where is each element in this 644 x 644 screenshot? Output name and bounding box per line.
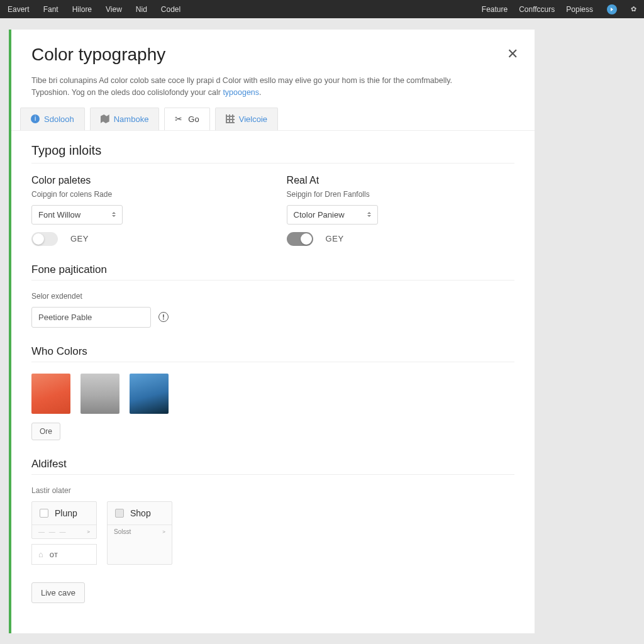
section-heading-typog: Typog inloits — [31, 143, 514, 158]
grid-icon — [226, 114, 235, 123]
divider — [31, 474, 514, 475]
toggle-label-right: GEY — [326, 234, 344, 243]
panel-content: Typog inloits Color paletes Coipgin for … — [11, 131, 535, 616]
sub-desc-fone: Selor exdendet — [31, 292, 514, 301]
tab-go[interactable]: ✂ Go — [164, 108, 209, 130]
card-label: Plunp — [55, 508, 77, 518]
checkbox-icon[interactable] — [40, 509, 48, 518]
menu-fant[interactable]: Fant — [43, 5, 58, 14]
divider — [31, 280, 514, 280]
menu-codel[interactable]: Codel — [161, 5, 180, 14]
sub-heading-real-at: Real At — [287, 175, 504, 186]
card-label: Shop — [130, 508, 151, 518]
avatar[interactable] — [607, 4, 617, 14]
gray-swatch[interactable] — [80, 374, 119, 414]
chevron-updown-icon — [367, 212, 371, 217]
cut-icon: ✂ — [175, 114, 184, 123]
card-shop[interactable]: Shop Solsst > — [107, 501, 172, 565]
topbar-left: Eavert Fant Hilore View Nid Codel — [8, 5, 180, 14]
card-or[interactable]: ⌂ oт — [31, 544, 97, 565]
ore-button[interactable]: Ore — [31, 423, 60, 440]
tab-namboke[interactable]: Namboke — [90, 108, 160, 130]
swatch-row — [31, 374, 514, 414]
map-icon — [101, 114, 109, 123]
orange-swatch[interactable] — [31, 374, 70, 414]
sub-heading-color-paletes: Color paletes — [31, 175, 249, 186]
home-icon: ⌂ — [38, 550, 43, 559]
col-real-at: Real At Seipgin for Dren Fanfolls Ctolor… — [287, 175, 504, 246]
info-icon: i — [31, 114, 40, 123]
blue-swatch[interactable] — [130, 374, 169, 414]
card-foot: Solsst — [114, 528, 131, 535]
sub-desc-left: Coipgin for colens Rade — [31, 190, 249, 199]
section-fone: Fone pajtication Selor exdendet ! — [31, 264, 514, 328]
settings-panel: Color typography ✕ Tibe bri colunapins A… — [9, 30, 535, 633]
section-heading-fone: Fone pajtication — [31, 264, 514, 276]
chevron-updown-icon — [112, 212, 116, 217]
menu-feature[interactable]: Feature — [482, 5, 508, 14]
divider — [31, 362, 514, 362]
panel-description: Tibe bri colunapins Ad color colob sate … — [11, 71, 502, 108]
peetiore-input[interactable] — [31, 307, 151, 328]
chevron-right-icon: > — [87, 529, 90, 535]
menu-nid[interactable]: Nid — [136, 5, 147, 14]
col-color-paletes: Color paletes Coipgin for colens Rade Fo… — [31, 175, 249, 246]
section-heading-who-colors: Who Colors — [31, 345, 514, 358]
tab-sdolooh[interactable]: i Sdolooh — [20, 108, 85, 130]
menu-hilore[interactable]: Hilore — [72, 5, 92, 14]
card-plunp[interactable]: Plunp — — — > — [31, 501, 97, 539]
tab-vielcoie[interactable]: Vielcoie — [215, 108, 278, 130]
sub-desc-right: Seipgin for Dren Fanfolls — [287, 190, 504, 199]
or-label: oт — [50, 550, 58, 559]
checkbox-icon[interactable] — [115, 509, 124, 518]
divider — [31, 163, 514, 164]
footer-actions: Live cave — [31, 582, 514, 603]
toggle-gey-right[interactable] — [287, 232, 313, 246]
info-icon[interactable]: ! — [158, 312, 169, 322]
page-title: Color typography — [31, 45, 514, 65]
card-row: Plunp — — — > ⌂ oт — [31, 501, 514, 565]
chevron-right-icon: > — [162, 529, 165, 535]
card-foot: — — — — [38, 528, 67, 535]
section-who-colors: Who Colors Ore — [31, 345, 514, 440]
panel-header: Color typography ✕ — [11, 30, 535, 71]
topbar: Eavert Fant Hilore View Nid Codel Featur… — [0, 0, 644, 18]
toggle-label-left: GEY — [70, 234, 89, 243]
section-aldifest: Aldifest Lastir olater Plunp — — — > — [31, 458, 514, 565]
gear-icon[interactable]: ✿ — [631, 5, 636, 13]
select-font-willow[interactable]: Font Willow — [31, 205, 123, 225]
menu-view[interactable]: View — [106, 5, 122, 14]
typography-link[interactable]: typoogens — [223, 88, 259, 97]
two-column-row: Color paletes Coipgin for colens Rade Fo… — [31, 175, 514, 246]
select-color-paniew[interactable]: Ctolor Paniew — [287, 205, 378, 225]
section-heading-aldifest: Aldifest — [31, 458, 514, 470]
menu-eavert[interactable]: Eavert — [8, 5, 30, 14]
live-cave-button[interactable]: Live cave — [31, 582, 85, 603]
tab-bar: i Sdolooh Namboke ✂ Go Vielcoie — [11, 108, 535, 131]
topbar-right: Feature Conffccurs Popiess ✿ — [482, 4, 636, 14]
close-icon[interactable]: ✕ — [507, 46, 518, 62]
toggle-gey-left[interactable] — [31, 232, 58, 246]
menu-conffccurs[interactable]: Conffccurs — [519, 5, 555, 14]
sub-desc-aldifest: Lastir olater — [31, 486, 514, 495]
menu-popiess[interactable]: Popiess — [566, 5, 593, 14]
